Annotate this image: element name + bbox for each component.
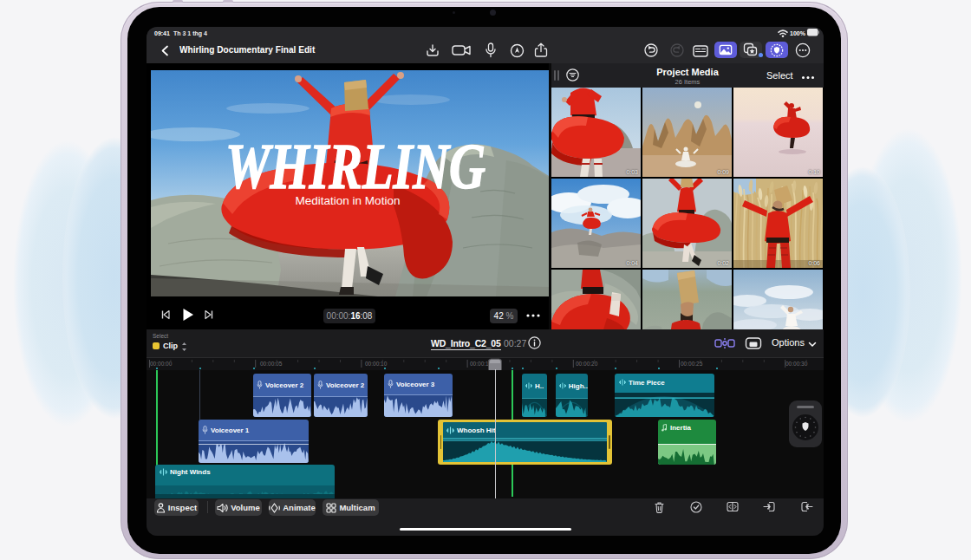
svg-text:Meditation in Motion: Meditation in Motion [296,194,401,207]
svg-text:WHIRLING: WHIRLING [225,131,486,202]
